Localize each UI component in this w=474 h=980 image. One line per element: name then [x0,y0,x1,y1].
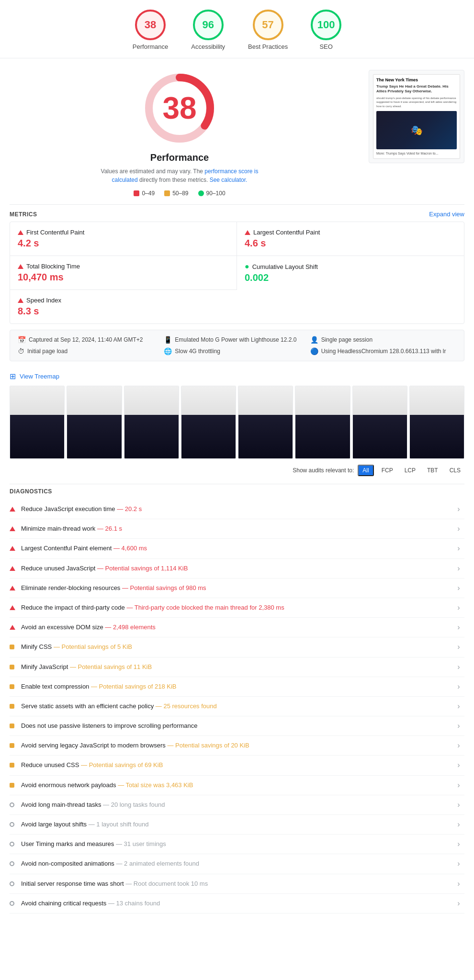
metric-lcp-value: 4.6 s [245,238,456,249]
legend-label-green: 90–100 [206,190,226,197]
audit-icon-container-17 [10,840,21,848]
filter-lcp-button[interactable]: LCP [401,466,419,475]
performance-section: 38 Performance Values are estimated and … [10,58,464,204]
audit-item-4[interactable]: Eliminate render-blocking resources — Po… [10,579,464,598]
audit-main-text-8: Minify JavaScript [21,663,68,670]
audit-item-19[interactable]: Initial server response time was short —… [10,874,464,894]
audit-chevron-2[interactable]: › [453,544,464,553]
score-performance[interactable]: 38 Performance [133,10,168,50]
audit-chevron-3[interactable]: › [453,564,464,573]
filter-fcp-button[interactable]: FCP [378,466,397,475]
audit-item-17[interactable]: User Timing marks and measures — 31 user… [10,835,464,854]
audit-item-16[interactable]: Avoid large layout shifts — 1 layout shi… [10,815,464,835]
metric-fcp-icon [18,230,23,235]
score-accessibility[interactable]: 96 Accessibility [191,10,225,50]
audit-item-15[interactable]: Avoid long main-thread tasks — 20 long t… [10,795,464,815]
audit-chevron-19[interactable]: › [453,880,464,888]
audit-chevron-4[interactable]: › [453,584,464,592]
audit-item-0[interactable]: Reduce JavaScript execution time — 20.2 … [10,500,464,519]
audit-main-text-17: User Timing marks and measures [21,840,114,847]
audit-icon-4 [10,586,15,590]
audit-item-13[interactable]: Reduce unused CSS — Potential savings of… [10,756,464,775]
audit-detail-1: — 26.1 s [97,525,122,532]
audit-main-text-13: Reduce unused CSS [21,761,79,768]
audit-icon-1 [10,526,15,531]
perf-right: The New York Times Trump Says He Had a G… [369,70,464,163]
nyt-headline: Trump Says He Had a Great Debate. His Al… [376,84,457,94]
treemap-link[interactable]: ⊞ View Treemap [10,367,464,386]
score-label-accessibility: Accessibility [191,43,225,50]
see-calculator-link[interactable]: See calculator. [210,177,248,183]
audit-item-3[interactable]: Reduce unused JavaScript — Potential sav… [10,559,464,579]
filter-all-button[interactable]: All [358,465,373,476]
audit-detail-15: — 20 long tasks found [103,801,165,808]
audit-chevron-10[interactable]: › [453,702,464,711]
audit-chevron-12[interactable]: › [453,741,464,750]
audit-chevron-14[interactable]: › [453,781,464,790]
audit-item-20[interactable]: Avoid chaining critical requests — 13 ch… [10,894,464,913]
audit-chevron-15[interactable]: › [453,801,464,809]
audit-main-text-16: Avoid large layout shifts [21,821,87,828]
audit-item-5[interactable]: Reduce the impact of third-party code — … [10,598,464,618]
legend-dot-green [198,190,204,196]
filter-cls-button[interactable]: CLS [446,466,464,475]
audit-chevron-8[interactable]: › [453,663,464,671]
audit-item-12[interactable]: Avoid serving legacy JavaScript to moder… [10,736,464,756]
audit-chevron-6[interactable]: › [453,623,464,632]
thumbnails-strip [10,386,464,459]
audit-icon-container-6 [10,624,21,631]
audit-item-1[interactable]: Minimize main-thread work — 26.1 s › [10,519,464,539]
audit-item-9[interactable]: Enable text compression — Potential savi… [10,677,464,697]
audit-detail-5: — Third-party code blocked the main thre… [126,604,284,611]
audit-main-text-11: Does not use passive listeners to improv… [21,722,198,729]
audit-text-17: User Timing marks and measures — 31 user… [21,840,453,848]
score-best-practices[interactable]: 57 Best Practices [248,10,288,50]
audit-item-2[interactable]: Largest Contentful Paint element — 4,600… [10,539,464,558]
expand-view-button[interactable]: Expand view [429,211,464,218]
audit-chevron-20[interactable]: › [453,899,464,908]
audit-chevron-7[interactable]: › [453,643,464,651]
metric-lcp: Largest Contentful Paint 4.6 s [237,222,464,256]
filter-tbt-button[interactable]: TBT [423,466,442,475]
audit-icon-container-12 [10,742,21,749]
audit-main-text-2: Largest Contentful Paint element [21,545,112,552]
thumbnail-img-6 [353,386,407,458]
audit-text-11: Does not use passive listeners to improv… [21,722,453,730]
audit-chevron-11[interactable]: › [453,722,464,730]
audit-item-6[interactable]: Avoid an excessive DOM size — 2,498 elem… [10,618,464,637]
audit-item-11[interactable]: Does not use passive listeners to improv… [10,716,464,736]
capture-row-3: ⏱ Initial page load [18,347,164,355]
audit-item-8[interactable]: Minify JavaScript — Potential savings of… [10,657,464,677]
score-seo[interactable]: 100 SEO [311,10,341,50]
audit-chevron-16[interactable]: › [453,820,464,829]
capture-text-1: Emulated Moto G Power with Lighthouse 12… [175,336,296,343]
audit-item-14[interactable]: Avoid enormous network payloads — Total … [10,776,464,795]
audit-chevron-1[interactable]: › [453,524,464,533]
audit-chevron-17[interactable]: › [453,840,464,848]
audit-detail-14: — Total size was 3,463 KiB [118,781,193,789]
audit-item-18[interactable]: Avoid non-composited animations — 2 anim… [10,854,464,874]
audit-chevron-5[interactable]: › [453,603,464,612]
audit-main-text-9: Enable text compression [21,683,89,690]
audit-icon-container-11 [10,722,21,730]
audit-chevron-18[interactable]: › [453,859,464,868]
metric-si-icon [18,298,23,303]
audit-chevron-13[interactable]: › [453,761,464,769]
thumbnail-img-1 [67,386,121,458]
audit-detail-2: — 4,600 ms [113,545,147,552]
audit-main-text-15: Avoid long main-thread tasks [21,801,101,808]
audit-item-10[interactable]: Serve static assets with an efficient ca… [10,697,464,716]
capture-icon-5: 🔵 [310,347,318,355]
audit-detail-6: — 2,498 elements [105,624,156,631]
metrics-section-title: METRICS [10,211,37,218]
audit-main-text-5: Reduce the impact of third-party code [21,604,125,611]
legend-orange: 50–89 [164,190,188,197]
audit-item-7[interactable]: Minify CSS — Potential savings of 5 KiB … [10,637,464,657]
audit-text-0: Reduce JavaScript execution time — 20.2 … [21,505,453,513]
audit-chevron-9[interactable]: › [453,682,464,691]
score-legend: 0–49 50–89 90–100 [134,190,225,197]
perf-left: 38 Performance Values are estimated and … [10,70,350,197]
audit-main-text-12: Avoid serving legacy JavaScript to moder… [21,742,166,749]
audit-chevron-0[interactable]: › [453,505,464,513]
legend-dot-orange [164,190,170,196]
